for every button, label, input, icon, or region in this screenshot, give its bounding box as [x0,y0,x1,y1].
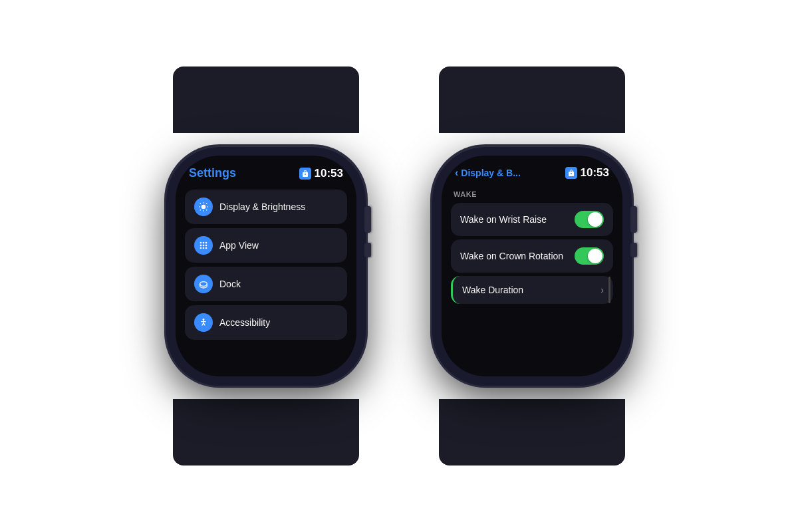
svg-point-0 [201,205,206,209]
menu-item-dock[interactable]: Dock [185,267,347,301]
wake-crown-item[interactable]: Wake on Crown Rotation [451,239,613,273]
status-bar-2: ‹ Display & B... 10:53 [442,156,622,185]
menu-item-appview[interactable]: App View [185,228,347,263]
status-time-2: 10:53 [581,166,609,180]
watch-screen-2: ‹ Display & B... 10:53 WAKE Wake on Wris… [442,156,622,376]
svg-point-5 [203,245,205,247]
status-right-2: 10:53 [565,166,609,180]
watch-settings: Settings 10:53 Display & Brightness [153,126,379,406]
band-top-2 [439,66,625,133]
back-button[interactable]: ‹ Display & B... [455,167,521,179]
svg-point-2 [203,242,205,244]
toggle-knob-wrist [588,212,602,227]
side-button-2[interactable] [630,243,637,257]
band-bottom [173,399,359,466]
wake-duration-label: Wake Duration [462,284,600,296]
wake-wrist-toggle[interactable] [575,211,604,228]
wake-section-header: WAKE [451,188,613,200]
menu-label-display: Display & Brightness [219,201,305,213]
menu-label-accessibility: Accessibility [219,317,270,329]
wake-crown-label: Wake on Crown Rotation [460,250,575,262]
dock-icon [194,275,213,293]
svg-point-8 [203,247,205,249]
wake-wrist-item[interactable]: Wake on Wrist Raise [451,203,613,236]
scroll-indicator [608,277,610,303]
chevron-left-icon: ‹ [455,167,458,179]
lock-icon-2 [565,167,577,179]
accessibility-icon [194,313,213,332]
display-icon [194,198,213,216]
band-bottom-2 [439,399,625,466]
settings-menu: Display & Brightness App View Dock [176,186,356,376]
menu-label-appview: App View [219,239,259,251]
watch-body-2: ‹ Display & B... 10:53 WAKE Wake on Wris… [432,146,632,386]
toggle-knob-crown [588,249,602,263]
svg-point-10 [200,282,207,287]
wake-duration-item[interactable]: Wake Duration › [451,276,613,304]
screen-title-1: Settings [189,166,236,180]
svg-point-4 [200,245,202,247]
wake-crown-toggle[interactable] [575,247,604,265]
chevron-right-icon: › [600,285,604,295]
menu-item-accessibility[interactable]: Accessibility [185,305,347,340]
wake-settings-list: WAKE Wake on Wrist Raise Wake on Crown R… [442,185,622,376]
status-right-1: 10:53 [299,167,343,180]
svg-point-6 [205,245,207,247]
watch-body-1: Settings 10:53 Display & Brightness [166,146,366,386]
back-label: Display & B... [461,168,520,178]
svg-point-7 [200,247,202,249]
menu-label-dock: Dock [219,278,241,290]
wake-wrist-label: Wake on Wrist Raise [460,213,575,225]
menu-item-display[interactable]: Display & Brightness [185,190,347,224]
crown-button-2[interactable] [630,206,637,233]
band-top [173,66,359,133]
svg-point-1 [200,242,202,244]
watch-screen-1: Settings 10:53 Display & Brightness [176,156,356,376]
status-time-1: 10:53 [315,167,343,180]
status-bar-1: Settings 10:53 [176,156,356,186]
lock-icon [299,168,311,180]
svg-point-9 [205,247,207,249]
svg-point-3 [205,242,207,244]
watch-display-settings: ‹ Display & B... 10:53 WAKE Wake on Wris… [419,126,645,406]
appview-icon [194,236,213,255]
side-button-1[interactable] [364,243,371,257]
crown-button-1[interactable] [364,206,371,233]
